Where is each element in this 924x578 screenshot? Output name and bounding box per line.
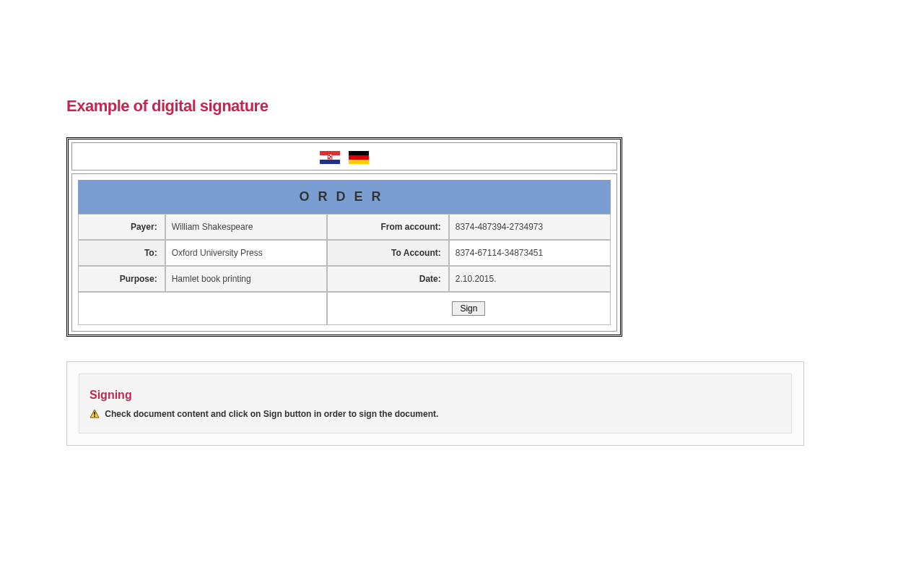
page-title: Example of digital signature (66, 97, 788, 116)
signing-inner: Signing Check document content and click… (79, 374, 792, 434)
svg-rect-7 (349, 151, 369, 155)
sign-cell: Sign (327, 292, 611, 325)
signing-message-row: Check document content and click on Sign… (90, 409, 781, 420)
order-form: ORDER Payer: William Shakespeare From ac… (71, 173, 617, 332)
to-account-label: To Account: (327, 240, 449, 266)
svg-rect-9 (349, 160, 369, 164)
to-label: To: (78, 240, 165, 266)
croatia-flag-icon[interactable] (320, 151, 340, 164)
order-container: ORDER Payer: William Shakespeare From ac… (66, 137, 622, 337)
svg-rect-11 (94, 412, 95, 415)
payer-label: Payer: (78, 214, 165, 240)
signing-message: Check document content and click on Sign… (105, 409, 438, 419)
sign-button[interactable]: Sign (452, 301, 485, 316)
svg-rect-12 (94, 415, 95, 417)
order-title: ORDER (78, 180, 611, 214)
empty-cell (78, 292, 327, 325)
to-account-value: 8374-67114-34873451 (449, 240, 611, 266)
from-account-label: From account: (327, 214, 449, 240)
svg-rect-2 (320, 160, 340, 164)
to-value: Oxford University Press (165, 240, 327, 266)
from-account-value: 8374-487394-2734973 (449, 214, 611, 240)
date-label: Date: (327, 266, 449, 292)
date-value: 2.10.2015. (449, 266, 611, 292)
purpose-label: Purpose: (78, 266, 165, 292)
signing-heading: Signing (90, 389, 781, 402)
purpose-value: Hamlet book printing (165, 266, 327, 292)
svg-rect-5 (330, 156, 331, 158)
svg-rect-8 (349, 155, 369, 160)
payer-value: William Shakespeare (165, 214, 327, 240)
svg-rect-6 (328, 158, 330, 159)
svg-rect-4 (328, 155, 330, 156)
language-flags-bar (71, 142, 617, 171)
signing-panel: Signing Check document content and click… (66, 361, 804, 446)
germany-flag-icon[interactable] (349, 151, 369, 164)
warning-icon (90, 409, 100, 419)
